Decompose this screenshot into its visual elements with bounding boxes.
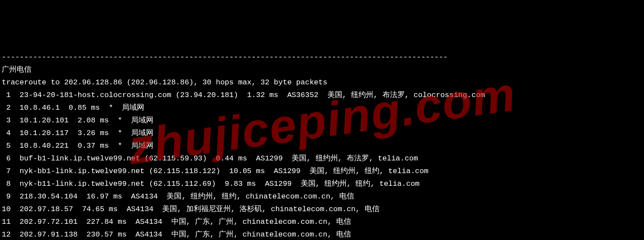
terminal-output: ----------------------------------------… [0,51,644,240]
hop-line: 3 10.1.20.101 2.08 ms * 局域网 [2,116,153,125]
hop-line: 12 202.97.91.138 230.57 ms AS4134 中国, 广东… [2,230,351,239]
traceroute-header: traceroute to 202.96.128.86 (202.96.128.… [2,78,327,87]
separator-line: ----------------------------------------… [2,53,448,61]
isp-title: 广州电信 [2,66,31,74]
hop-line: 10 202.97.18.57 74.65 ms AS4134 美国, 加利福尼… [2,205,379,213]
hop-line: 7 nyk-bb1-link.ip.twelve99.net (62.115.1… [2,167,428,175]
hop-line: 6 buf-b1-link.ip.twelve99.net (62.115.59… [2,154,418,163]
hop-line: 2 10.8.46.1 0.85 ms * 局域网 [2,104,144,112]
hop-line: 11 202.97.72.101 227.84 ms AS4134 中国, 广东… [2,218,351,226]
hop-line: 4 10.1.20.117 3.26 ms * 局域网 [2,129,153,137]
hop-line: 9 218.30.54.104 16.97 ms AS4134 美国, 纽约州,… [2,192,354,201]
hop-line: 8 nyk-b11-link.ip.twelve99.net (62.115.1… [2,180,420,188]
hop-line: 5 10.8.40.221 0.37 ms * 局域网 [2,142,153,150]
hop-line: 1 23-94-20-181-host.colocrossing.com (23… [2,91,485,99]
